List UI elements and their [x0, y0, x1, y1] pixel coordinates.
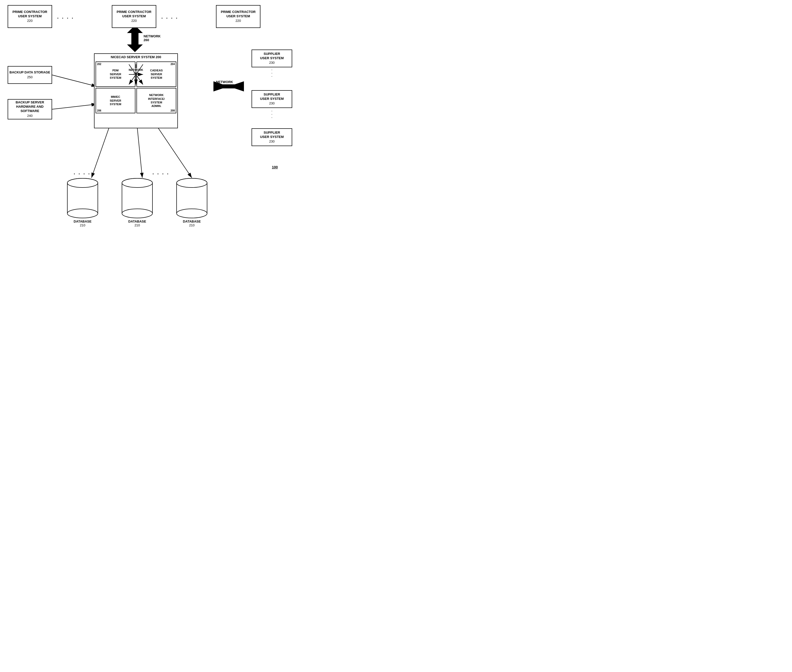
dots-supplier-2-3: . . . — [270, 110, 275, 118]
network-260-right-label: NETWORK260 — [216, 80, 233, 88]
svg-point-28 — [177, 178, 207, 187]
svg-line-10 — [91, 127, 109, 178]
nicecad-server-system-box: NICECAD SERVER SYSTEM 200 202 PDM SERVER… — [94, 53, 178, 128]
dots-prime-2-3: . . . . — [162, 14, 178, 20]
backup-data-storage-box: BACKUP DATA STORAGE 250 — [8, 66, 52, 84]
cylinder-svg-3 — [174, 175, 210, 221]
svg-point-27 — [177, 209, 207, 218]
dots-prime-1-2: . . . . — [57, 14, 74, 20]
svg-point-24 — [122, 178, 152, 187]
network-260-top-label: NETWORK260 — [144, 34, 161, 42]
svg-point-19 — [67, 209, 98, 218]
svg-point-23 — [122, 209, 152, 218]
prime-contractor-box-3: PRIME CONTRACTOR USER SYSTEM 220 — [216, 5, 261, 28]
svg-marker-2 — [131, 33, 139, 45]
network-interface-admin-box: 208 NETWORK INTERFACE/ SYSTEM ADMIN. — [136, 88, 176, 113]
mmec-server-system-box: 206 MM/EC SERVER SYSTEM — [96, 88, 136, 113]
dots-supplier-1-2: . . . — [270, 69, 275, 77]
backup-server-hardware-box: BACKUP SERVER HARDWARE AND SOFTWARE 240 — [8, 99, 52, 119]
cylinder-svg-2 — [119, 175, 155, 221]
svg-line-6 — [52, 104, 96, 109]
cylinder-svg-1 — [65, 175, 100, 221]
prime-contractor-box-2: PRIME CONTRACTOR USER SYSTEM 220 — [112, 5, 156, 28]
svg-line-5 — [52, 75, 96, 86]
prime-contractor-box-1: PRIME CONTRACTOR USER SYSTEM 220 — [8, 5, 52, 28]
dots-db-left: . . . . — [74, 170, 91, 176]
svg-point-20 — [67, 178, 98, 187]
supplier-user-system-3-box: SUPPLIER USER SYSTEM 230 — [251, 128, 292, 146]
database-cylinder-1: DATABASE210 — [65, 175, 100, 227]
system-diagram: PRIME CONTRACTOR USER SYSTEM 220 PRIME C… — [0, 0, 305, 259]
database-cylinder-3: DATABASE210 — [174, 175, 210, 227]
dots-db-right: . . . . — [152, 170, 170, 176]
svg-marker-4 — [127, 45, 143, 52]
supplier-user-system-1-box: SUPPLIER USER SYSTEM 230 — [251, 50, 292, 67]
crossing-arrows — [129, 64, 143, 85]
svg-line-11 — [137, 127, 142, 178]
diagram-reference-number: 100 — [272, 165, 278, 169]
supplier-user-system-2-box: SUPPLIER USER SYSTEM 230 — [251, 90, 292, 108]
database-cylinder-2: DATABASE210 — [119, 175, 155, 227]
